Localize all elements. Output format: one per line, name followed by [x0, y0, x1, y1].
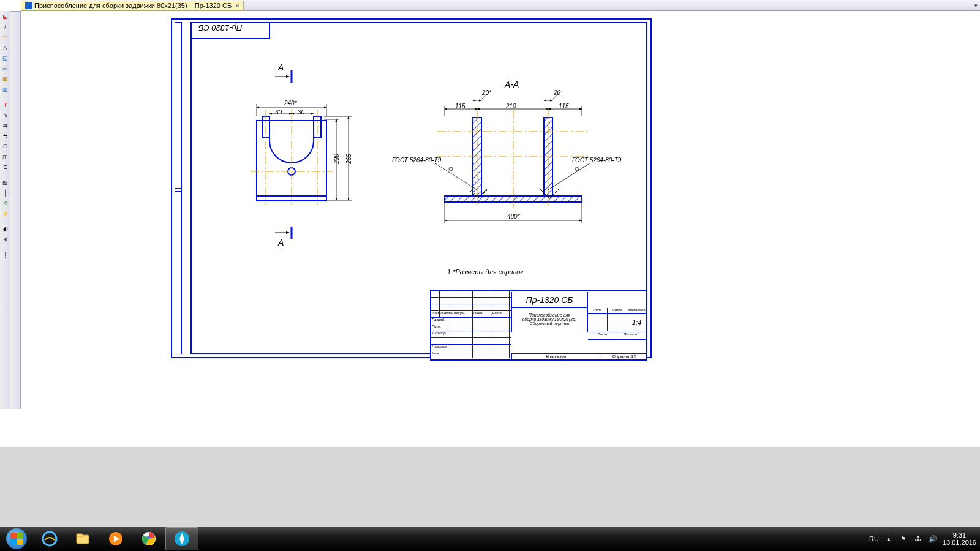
- tool-edit-icon[interactable]: T: [1, 100, 10, 109]
- section-label-aa: А-А: [505, 80, 519, 89]
- left-toolbar-2: [10, 11, 21, 409]
- dim-20a: 20*: [482, 89, 491, 96]
- left-toolbar-1: ◣ / 〰 A ◱ ▭ ▦ ▥ T ↘ ⇉ ⇋ □ ◫ E ▨ ┼ ⟲ ⚡ ◐ …: [0, 11, 10, 409]
- svg-rect-53: [77, 534, 83, 536]
- drawing-viewport[interactable]: Пр-1320 СБ: [21, 11, 980, 471]
- tray-volume-icon[interactable]: 🔊: [928, 534, 938, 544]
- svg-line-49: [548, 163, 590, 190]
- gost-left: ГОСТ 5264-80-Т9: [392, 157, 441, 163]
- title-block: Изм.Лист№ докум.Подп.Дата Разраб. Пров. …: [430, 290, 647, 361]
- tab-scroll-icon[interactable]: ▾: [974, 2, 978, 9]
- windows-taskbar: RU ▴ ⚑ 🖧 🔊 9:31 13.01.2016: [0, 527, 980, 551]
- dim-230: 230: [333, 154, 340, 164]
- taskbar-kompas-icon[interactable]: [165, 527, 198, 550]
- document-tab[interactable]: Приспособление для сборки задвижки 80х21…: [21, 1, 244, 10]
- tray-flag-icon[interactable]: ⚑: [899, 534, 908, 544]
- reference-note: 1 *Размеры для справок: [447, 268, 523, 276]
- tray-show-hidden-icon[interactable]: ▴: [884, 534, 894, 544]
- system-tray: RU ▴ ⚑ 🖧 🔊 9:31 13.01.2016: [869, 531, 980, 546]
- tab-close-icon[interactable]: ×: [235, 2, 239, 9]
- windows-logo-icon: [6, 528, 27, 549]
- title-block-bottom: Копировал Формат A3: [511, 353, 646, 359]
- tool-wave-icon[interactable]: 〰: [1, 32, 10, 42]
- tool-g2-icon[interactable]: ⊕: [1, 234, 10, 244]
- section-marker-a-bottom: А: [278, 238, 284, 247]
- tool-f2-icon[interactable]: ┼: [1, 188, 10, 197]
- title-block-right: Лит.МассаМасштаб 1:4: [588, 308, 646, 332]
- drawing-sheet: Пр-1320 СБ: [162, 18, 652, 364]
- tool-dim-icon[interactable]: A: [1, 43, 10, 52]
- language-indicator[interactable]: RU: [869, 535, 879, 542]
- svg-point-50: [575, 167, 579, 171]
- tool-f3-icon[interactable]: ⟲: [1, 198, 10, 208]
- svg-point-51: [43, 532, 56, 545]
- taskbar-clock[interactable]: 9:31 13.01.2016: [943, 531, 976, 546]
- tool-f4-icon[interactable]: ⚡: [1, 209, 10, 218]
- tool-grid-icon[interactable]: ▥: [1, 84, 10, 94]
- dim-115b: 115: [559, 103, 569, 110]
- tool-hatch-icon[interactable]: ▦: [1, 74, 10, 83]
- dim-30a: 30: [275, 109, 282, 116]
- title-block-left-grid: Изм.Лист№ докум.Подп.Дата Разраб. Пров. …: [431, 291, 511, 361]
- title-block-code: Пр-1320 СБ: [511, 292, 588, 308]
- tool-move-icon[interactable]: ↘: [1, 110, 10, 119]
- dim-210: 210: [506, 103, 516, 110]
- dim-20b: 20*: [554, 89, 563, 96]
- clock-time: 9:31: [943, 531, 976, 539]
- tool-g1-icon[interactable]: ◐: [1, 224, 10, 233]
- section-marker-a-top: А: [278, 62, 284, 72]
- tool-s1-icon[interactable]: □: [1, 141, 10, 151]
- tool-f1-icon[interactable]: ▨: [1, 178, 10, 187]
- taskbar-ie-icon[interactable]: [33, 527, 66, 550]
- tool-line-icon[interactable]: /: [1, 22, 10, 31]
- tool-copy-icon[interactable]: ⇉: [1, 121, 10, 130]
- tool-text-icon[interactable]: ◱: [1, 53, 10, 62]
- tool-mirror-icon[interactable]: ⇋: [1, 131, 10, 140]
- document-icon: [25, 2, 32, 9]
- dim-265: 265: [345, 154, 352, 164]
- dim-240: 240*: [284, 100, 297, 107]
- tool-select-icon[interactable]: ◣: [1, 12, 10, 21]
- svg-line-47: [434, 163, 477, 190]
- title-block-description: Приспособление для сборки задвижки 80х21…: [511, 308, 588, 332]
- dim-480: 480*: [507, 213, 520, 220]
- document-tab-bar: Приспособление для сборки задвижки 80х21…: [21, 0, 980, 11]
- document-tab-title: Приспособление для сборки задвижки 80х21…: [34, 2, 232, 9]
- svg-point-48: [449, 167, 453, 171]
- dim-115a: 115: [455, 103, 466, 110]
- taskbar-mediaplayer-icon[interactable]: [99, 527, 132, 550]
- dim-30b: 30: [298, 109, 304, 116]
- tray-network-icon[interactable]: 🖧: [913, 534, 923, 544]
- title-block-sheets: Лист Листов 1: [588, 332, 646, 340]
- tool-rect-icon[interactable]: ▭: [1, 64, 10, 73]
- taskbar-explorer-icon[interactable]: [66, 527, 99, 550]
- taskbar-chrome-icon[interactable]: [132, 527, 165, 550]
- clock-date: 13.01.2016: [943, 539, 976, 546]
- tool-e-icon[interactable]: E: [1, 162, 10, 171]
- tool-h1-icon[interactable]: ┊: [1, 250, 10, 259]
- tool-s2-icon[interactable]: ◫: [1, 152, 10, 161]
- gost-right: ГОСТ 5264-80-Т9: [572, 157, 621, 163]
- start-button[interactable]: [0, 527, 33, 551]
